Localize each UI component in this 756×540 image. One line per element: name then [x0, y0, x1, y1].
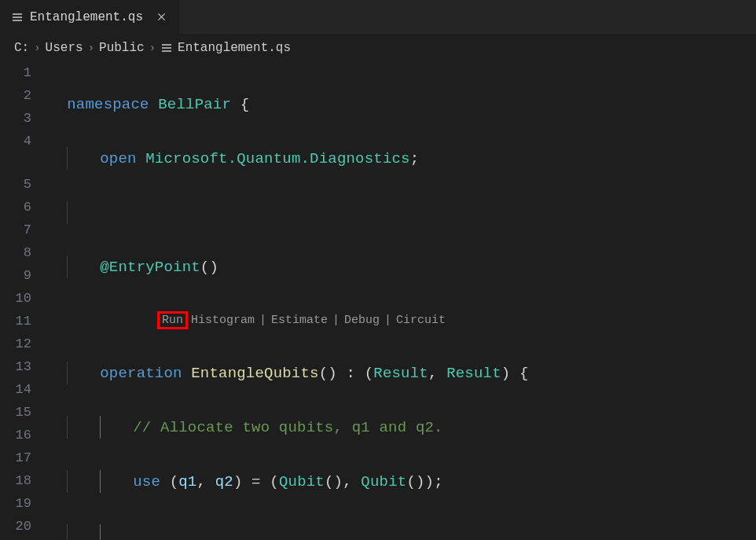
close-icon[interactable]: [154, 10, 168, 24]
line-number: 17: [0, 446, 31, 469]
chevron-right-icon: ›: [149, 42, 156, 54]
line-number: 4: [0, 130, 31, 152]
menu-icon: [11, 11, 24, 24]
line-number: 19: [0, 492, 31, 515]
breadcrumb-part[interactable]: Users: [46, 41, 83, 55]
code-line: namespace BellPair {: [49, 93, 756, 116]
codelens-debug[interactable]: Debug: [341, 314, 383, 327]
line-number: 6: [0, 196, 31, 219]
code-line: [49, 201, 756, 224]
chevron-right-icon: ›: [88, 42, 94, 54]
line-number: 3: [0, 107, 31, 130]
tab-entanglement[interactable]: Entanglement.qs: [0, 0, 180, 34]
codelens-run[interactable]: Run: [157, 311, 188, 329]
code-editor[interactable]: 1 2 3 4 5 6 7 8 9 10 11 12 13 14 15 16 1…: [0, 61, 756, 540]
code-line: operation EntangleQubits() : (Result, Re…: [49, 362, 756, 384]
codelens-estimate[interactable]: Estimate: [268, 314, 331, 327]
line-number: 12: [0, 332, 31, 355]
code-line: @EntryPoint(): [49, 255, 756, 278]
code-line: [49, 524, 756, 540]
codelens-histogram[interactable]: Histogram: [188, 314, 258, 327]
breadcrumb-part[interactable]: Public: [99, 41, 145, 55]
line-number: 14: [0, 378, 31, 401]
line-number: 8: [0, 241, 31, 264]
code-line: open Microsoft.Quantum.Diagnostics;: [49, 147, 756, 170]
tab-filename: Entanglement.qs: [30, 10, 143, 24]
line-number: 9: [0, 264, 31, 287]
code-line: // Allocate two qubits, q1 and q2.: [49, 416, 756, 439]
breadcrumb-part[interactable]: C:: [14, 41, 29, 55]
code-content[interactable]: namespace BellPair { open Microsoft.Quan…: [49, 61, 756, 540]
codelens-bar: Run Histogram | Estimate | Debug | Circu…: [157, 310, 756, 330]
line-number: 15: [0, 401, 31, 424]
line-number-gutter: 1 2 3 4 5 6 7 8 9 10 11 12 13 14 15 16 1…: [0, 61, 49, 540]
line-number: 20: [0, 515, 31, 538]
line-number: 16: [0, 424, 31, 446]
line-number: 10: [0, 287, 31, 310]
file-icon: [160, 42, 173, 54]
tab-bar: Entanglement.qs: [0, 0, 756, 35]
line-number: 7: [0, 219, 31, 241]
codelens-circuit[interactable]: Circuit: [393, 314, 449, 327]
breadcrumb[interactable]: C: › Users › Public › Entanglement.qs: [0, 35, 756, 61]
line-number: 18: [0, 469, 31, 492]
breadcrumb-part[interactable]: Entanglement.qs: [178, 41, 291, 55]
line-number: 11: [0, 310, 31, 332]
line-number: 2: [0, 84, 31, 107]
line-number: 1: [0, 61, 31, 84]
chevron-right-icon: ›: [34, 42, 40, 54]
line-number: 5: [0, 173, 31, 196]
code-line: use (q1, q2) = (Qubit(), Qubit());: [49, 470, 756, 493]
line-number: 13: [0, 355, 31, 378]
